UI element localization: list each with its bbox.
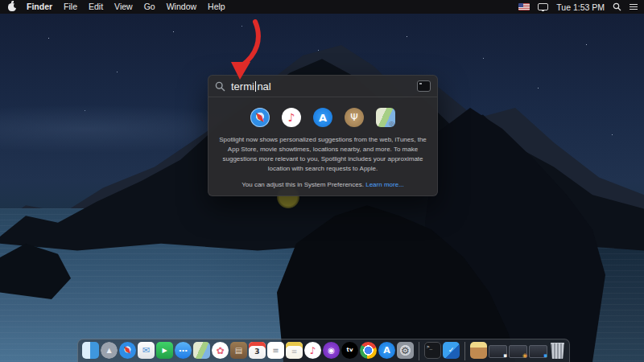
display-airplay-icon[interactable]: [538, 3, 548, 10]
suggestion-icon-appstore: A: [313, 108, 332, 127]
suggestion-icon-safari: ◆: [250, 108, 270, 127]
dock-item-music[interactable]: ♪: [304, 342, 321, 359]
dock-item-vscode[interactable]: ✓: [443, 342, 460, 359]
dock-item-launchpad[interactable]: ▲: [101, 342, 118, 359]
dock-item-trash[interactable]: [549, 342, 566, 359]
dock-item-maps[interactable]: [193, 342, 210, 359]
dock-item-podcasts[interactable]: ◉: [323, 342, 340, 359]
divider: [208, 97, 437, 97]
notification-center-icon[interactable]: [630, 4, 638, 10]
menu-bar-clock[interactable]: Tue 1:53 PM: [556, 2, 605, 12]
dock-item-win-code[interactable]: ▪: [529, 345, 547, 358]
spotlight-description: Spotlight now shows personalized suggest…: [219, 135, 427, 174]
spotlight-footer-text: You can adjust this in System Preference…: [242, 181, 364, 188]
menu-item-edit[interactable]: Edit: [83, 0, 109, 14]
dock-item-finder[interactable]: [82, 342, 99, 359]
dock-item-reminders[interactable]: ≡: [267, 342, 284, 359]
dock-item-sep2[interactable]: [464, 342, 465, 360]
dock-item-messages[interactable]: …: [175, 342, 192, 359]
text-cursor: [255, 81, 257, 92]
dock-item-photos[interactable]: ✿: [212, 342, 229, 359]
spotlight-panel: terminal ◆♪AΨ◎ Spotlight now shows perso…: [208, 75, 438, 196]
stars: [0, 14, 1, 14]
menu-bar: FinderFileEditViewGoWindowHelp Tue 1:53 …: [0, 0, 644, 14]
menu-item-view[interactable]: View: [109, 0, 138, 14]
dock-item-chrome[interactable]: [360, 342, 377, 359]
dock-item-safari[interactable]: ◆: [119, 342, 136, 359]
dock-item-win-chrome[interactable]: ◉: [509, 345, 527, 358]
learn-more-link[interactable]: Learn more...: [365, 181, 404, 188]
suggestion-icon-maps: ◎: [376, 108, 395, 127]
input-source-flag-icon[interactable]: [518, 3, 530, 10]
suggestion-icon-food: Ψ: [345, 108, 364, 127]
dock-item-win-doc[interactable]: ▪: [489, 345, 507, 358]
menu-item-go[interactable]: Go: [138, 0, 161, 14]
dock-item-installer[interactable]: [470, 342, 487, 359]
dock-item-mail[interactable]: ✉: [138, 342, 155, 359]
menu-item-finder[interactable]: Finder: [21, 0, 58, 14]
dock-item-appstore[interactable]: A: [378, 342, 395, 359]
dock-item-sysprefs[interactable]: ⚙: [397, 342, 414, 359]
dock-item-notes[interactable]: ≡: [286, 342, 303, 359]
spotlight-menu-icon[interactable]: [613, 2, 621, 11]
menu-item-help[interactable]: Help: [202, 0, 231, 14]
dock-item-calendar[interactable]: 3: [249, 342, 266, 359]
dock-item-terminal[interactable]: >_: [424, 342, 441, 359]
dock-item-sep1[interactable]: [419, 342, 419, 360]
dock: ▲◆✉▶…✿▤3≡≡♪◉tvA⚙>_✓▪◉▪: [77, 339, 570, 362]
suggestion-icon-music: ♪: [282, 108, 301, 127]
menu-item-window[interactable]: Window: [161, 0, 202, 14]
annotation-arrow-icon: [217, 19, 266, 82]
menu-item-file[interactable]: File: [58, 0, 83, 14]
terminal-app-icon: [417, 80, 431, 92]
dock-item-appletv[interactable]: tv: [341, 342, 358, 359]
dock-item-facetime[interactable]: ▶: [156, 342, 173, 359]
dock-item-contacts[interactable]: ▤: [230, 342, 247, 359]
apple-menu-icon[interactable]: [8, 3, 16, 11]
suggestion-icons-row: ◆♪AΨ◎: [208, 108, 437, 127]
search-icon: [215, 81, 225, 92]
